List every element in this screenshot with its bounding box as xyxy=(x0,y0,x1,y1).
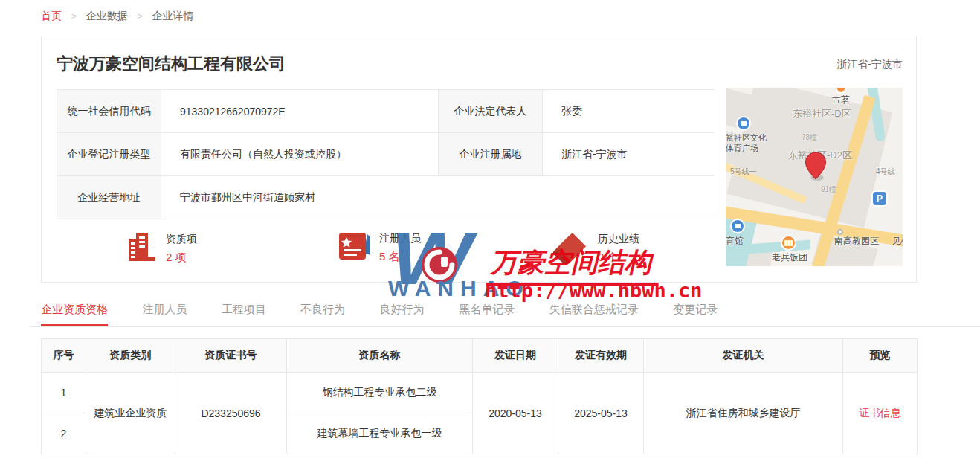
col-cert-no: 资质证书号 xyxy=(175,339,287,373)
breadcrumb-separator: > xyxy=(138,11,143,22)
layers-icon xyxy=(553,230,590,267)
detail-tabs: 企业资质资格 注册人员 工程项目 不良行为 良好行为 黑名单记录 失信联合惩戒记… xyxy=(30,300,980,327)
legal-rep-value: 张委 xyxy=(543,90,715,133)
watermark-url-text: http://www.nbwh.cn xyxy=(485,279,703,302)
map-restaurant-icon xyxy=(782,236,795,249)
table-row: 1 建筑业企业资质 D233250696 钢结构工程专业承包二级 2020-05… xyxy=(42,373,918,413)
stat-qualifications: 资质项 2 项 xyxy=(126,230,197,267)
map-label-line5: 5号线一 xyxy=(730,167,757,177)
reg-area-label: 企业注册属地 xyxy=(439,133,543,176)
col-issue-date: 发证日期 xyxy=(473,339,558,373)
cell-expiry-date: 2025-05-13 xyxy=(558,373,644,454)
tab-dishonesty-records[interactable]: 失信联合惩戒记录 xyxy=(549,300,639,326)
company-name: 宁波万豪空间结构工程有限公司 xyxy=(57,53,286,75)
stat-value: 0 个 xyxy=(598,251,639,265)
reg-type-label: 企业登记注册类型 xyxy=(57,133,161,176)
address-label: 企业经营地址 xyxy=(57,176,161,219)
map-label-line4: 4号线 xyxy=(876,167,895,177)
breadcrumb: 首页 > 企业数据 > 企业详情 xyxy=(41,10,194,23)
tab-bad-behavior[interactable]: 不良行为 xyxy=(300,300,345,326)
map-crossing-icon xyxy=(837,229,843,235)
cell-qual-name-1: 钢结构工程专业承包二级 xyxy=(287,373,473,413)
certificate-info-link[interactable]: 证书信息 xyxy=(860,407,901,419)
col-authority: 发证机关 xyxy=(644,339,843,373)
building-icon xyxy=(126,230,158,267)
address-value: 宁波市鄞州区中河街道顾家村 xyxy=(161,176,715,219)
map-label-district-d: 东裕社区-D区 xyxy=(793,107,851,120)
company-info-table: 统一社会信用代码 91330212662070972E 企业法定代表人 张委 企… xyxy=(57,89,715,219)
map-label-culture-1: 裕社区文化 xyxy=(726,132,767,144)
col-category: 资质类别 xyxy=(86,339,175,373)
tab-blacklist[interactable]: 黑名单记录 xyxy=(459,300,515,326)
cell-issue-date: 2020-05-13 xyxy=(473,373,558,454)
stat-label: 历史业绩 xyxy=(598,233,639,246)
breadcrumb-separator: > xyxy=(71,11,77,22)
legal-rep-label: 企业法定代表人 xyxy=(439,90,543,133)
breadcrumb-enterprise-data[interactable]: 企业数据 xyxy=(86,10,128,22)
cell-preview: 证书信息 xyxy=(843,373,918,454)
stat-label: 资质项 xyxy=(166,233,197,246)
map-label-tea: 古茗 xyxy=(832,94,850,106)
tab-projects[interactable]: 工程项目 xyxy=(222,300,266,326)
map-label-building-78: 78幢 xyxy=(802,132,817,143)
location-map[interactable]: 古茗 东裕社区-D区 78幢 东裕社区-D2区 5号线一 4号线 91幢 P 南… xyxy=(726,88,903,266)
certificate-book-icon xyxy=(338,230,372,265)
map-label-building-91: 91幢 xyxy=(821,184,836,195)
reg-type-value: 有限责任公司（自然人投资或控股） xyxy=(161,133,439,176)
map-label-jianxin: 见心 xyxy=(892,235,903,248)
info-row: 企业经营地址 宁波市鄞州区中河街道顾家村 xyxy=(57,176,715,219)
col-seq: 序号 xyxy=(42,339,86,373)
tab-change-records[interactable]: 变更记录 xyxy=(673,300,718,326)
cell-qual-name-2: 建筑幕墙工程专业承包一级 xyxy=(287,413,473,454)
breadcrumb-home[interactable]: 首页 xyxy=(41,10,62,22)
col-qual-name: 资质名称 xyxy=(287,339,473,373)
qualification-table: 序号 资质类别 资质证书号 资质名称 发证日期 发证有效期 发证机关 预览 1 … xyxy=(41,338,918,454)
breadcrumb-enterprise-detail: 企业详情 xyxy=(152,10,194,22)
stat-history-performance: 历史业绩 0 个 xyxy=(553,230,639,267)
map-gym-icon xyxy=(732,220,744,232)
tab-good-behavior[interactable]: 良好行为 xyxy=(380,300,425,326)
info-row: 企业登记注册类型 有限责任公司（自然人投资或控股） 企业注册属地 浙江省-宁波市 xyxy=(57,133,715,176)
map-pin-icon xyxy=(805,152,827,184)
company-card: 宁波万豪空间结构工程有限公司 浙江省-宁波市 统一社会信用代码 91330212… xyxy=(41,36,917,283)
map-label-culture-2: 体育广场 xyxy=(726,143,758,154)
stat-value: 5 名 xyxy=(379,250,421,264)
credit-code-value: 91330212662070972E xyxy=(161,90,439,133)
company-region: 浙江省-宁波市 xyxy=(836,58,903,71)
cell-seq-2: 2 xyxy=(42,413,86,454)
reg-area-value: 浙江省-宁波市 xyxy=(543,133,715,176)
watermark-emblem-icon xyxy=(421,246,458,283)
map-label-restaurant: 老兵饭团 xyxy=(772,251,807,264)
watermark-brand-text: WANHAO xyxy=(388,276,530,301)
col-preview: 预览 xyxy=(843,339,918,373)
stat-label: 注册人员 xyxy=(379,232,421,245)
tab-registered-staff[interactable]: 注册人员 xyxy=(142,300,187,326)
col-expiry-date: 发证有效期 xyxy=(558,339,644,373)
map-label-south-campus: 南高教园区 xyxy=(834,235,879,248)
table-header-row: 序号 资质类别 资质证书号 资质名称 发证日期 发证有效期 发证机关 预览 xyxy=(42,339,918,373)
credit-code-label: 统一社会信用代码 xyxy=(57,90,161,133)
stat-registered-staff: 注册人员 5 名 xyxy=(338,230,421,265)
map-parking-icon: P xyxy=(873,192,886,205)
map-tea-shop-icon xyxy=(837,88,845,92)
cell-authority: 浙江省住房和城乡建设厅 xyxy=(644,373,843,454)
cell-cert-no: D233250696 xyxy=(175,373,287,454)
cell-category: 建筑业企业资质 xyxy=(86,373,175,454)
info-row: 统一社会信用代码 91330212662070972E 企业法定代表人 张委 xyxy=(57,90,715,133)
map-label-gym: 育馆 xyxy=(726,235,744,248)
tab-qualifications[interactable]: 企业资质资格 xyxy=(41,300,108,326)
map-culture-plaza-icon xyxy=(738,117,749,129)
enterprise-detail-page: 首页 > 企业数据 > 企业详情 宁波万豪空间结构工程有限公司 浙江省-宁波市 … xyxy=(0,0,980,467)
cell-seq-1: 1 xyxy=(42,373,86,413)
stat-value: 2 项 xyxy=(166,251,197,265)
